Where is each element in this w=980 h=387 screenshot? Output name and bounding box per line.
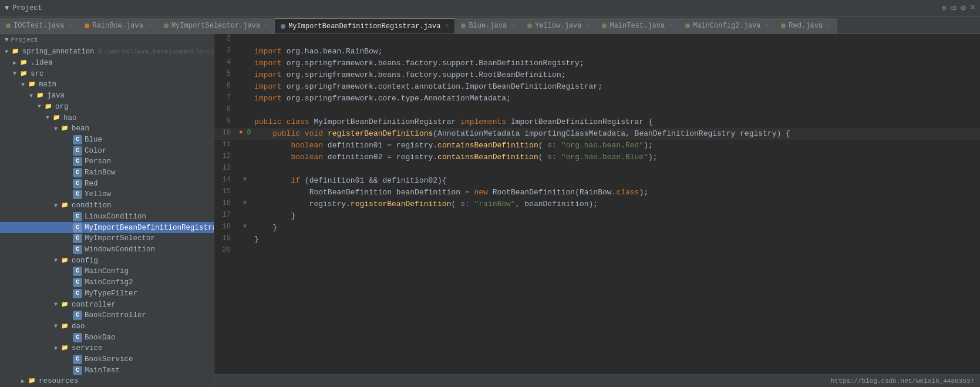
tab-close[interactable]: × [586, 23, 590, 29]
line-code[interactable]: if (definition01 && definition02){ [252, 175, 980, 187]
tab-close[interactable]: × [765, 23, 769, 29]
line-code[interactable]: import org.hao.bean.RainBow; [252, 46, 980, 58]
tree-item-color[interactable]: C Color [0, 145, 214, 156]
arrow-icon: ▼ [52, 301, 60, 308]
tree-item-main[interactable]: ▼ 📁 main [0, 79, 214, 90]
tree-item-yellow[interactable]: C Yellow [0, 189, 214, 200]
line-number: 15 [214, 187, 238, 198]
line-code[interactable]: boolean definition01 = registry.contains… [252, 140, 980, 152]
class-icon: C [73, 333, 82, 342]
line-code[interactable] [252, 245, 980, 257]
tree-item-resources[interactable]: ▶ 📁 resources [0, 376, 214, 387]
line-code[interactable]: public class MyImportBeanDefinitionRegis… [252, 116, 980, 128]
line-code[interactable]: } [252, 222, 980, 234]
tree-item-condition[interactable]: ▼ 📁 condition [0, 200, 214, 211]
arrow-icon: ▼ [19, 82, 27, 88]
line-code[interactable]: RootBeanDefinition beanDefinition = new … [252, 187, 980, 198]
tree-item-src[interactable]: ▼ 📁 src [0, 68, 214, 79]
tab-label: RainBow.java [92, 22, 143, 30]
line-code[interactable]: boolean definition02 = registry.contains… [252, 152, 980, 163]
line-code[interactable]: } [252, 210, 980, 222]
tree-item-red[interactable]: C Red [0, 178, 214, 189]
tab-close[interactable]: × [69, 23, 72, 29]
code-line-13: 13 [214, 163, 980, 175]
item-label: BookController [85, 311, 146, 319]
new-tab-btn[interactable]: ⊕ [941, 3, 946, 13]
settings-btn[interactable]: ⚙ [961, 3, 965, 13]
tree-item-bookdao[interactable]: C BookDao [0, 332, 214, 343]
tree-item-bean[interactable]: ▼ 📁 bean [0, 123, 214, 134]
status-url: https://blog.csdn.net/weixin_44863537 [831, 378, 974, 385]
tab-myimportselector[interactable]: MyImportSelector.java × [158, 18, 275, 33]
line-code[interactable]: } [252, 234, 980, 245]
line-code[interactable]: import org.springframework.beans.factory… [252, 69, 980, 81]
line-code[interactable]: registry.registerBeanDefinition( s: "rai… [252, 198, 980, 210]
tree-item-dao[interactable]: ▼ 📁 dao [0, 321, 214, 332]
item-label: MyImportSelector [85, 234, 155, 243]
tab-close[interactable]: × [827, 23, 831, 29]
line-code[interactable]: import org.springframework.beans.factory… [252, 58, 980, 69]
tab-close[interactable]: × [445, 23, 449, 29]
arrow-icon [65, 367, 73, 373]
tree-root[interactable]: ▼ 📁 spring_annotation D:\works\Java_Deve… [0, 46, 214, 58]
tree-item-java[interactable]: ▼ 📁 java [0, 90, 214, 102]
tree-item-linuxcondition[interactable]: C LinuxCondition [0, 211, 214, 223]
line-number: 13 [214, 163, 238, 175]
tree-item-org[interactable]: ▼ 📁 org [0, 102, 214, 113]
close-btn[interactable]: × [971, 3, 975, 13]
tree-item-mainconfig[interactable]: C MainConfig [0, 266, 214, 277]
arrow-icon [65, 235, 73, 242]
tab-maintest[interactable]: MainTest.java × [596, 18, 679, 33]
tree-item-person[interactable]: C Person [0, 156, 214, 167]
tree-item-rainbow[interactable]: C RainBow [0, 167, 214, 179]
tab-rainbow[interactable]: RainBow.java × [79, 18, 157, 33]
tab-close[interactable]: × [148, 23, 151, 29]
class-icon: C [73, 311, 82, 320]
tab-close[interactable]: × [265, 23, 268, 29]
line-number: 12 [214, 152, 238, 163]
line-code[interactable] [252, 163, 980, 175]
tree-item-mainconfig2[interactable]: C MainConfig2 [0, 277, 214, 288]
tree-item-blue[interactable]: C Blue [0, 134, 214, 146]
tree-item-service[interactable]: ▼ 📁 service [0, 343, 214, 354]
tab-red[interactable]: Red.java × [775, 18, 837, 33]
tab-myimportbeandefinitionregistrar[interactable]: MyImportBeanDefinitionRegistrar.java × [275, 18, 455, 33]
tab-blue[interactable]: Blue.java × [455, 18, 521, 33]
tree-item-myimportbeandefinitionregistrar[interactable]: C MyImportBeanDefinitionRegistrar [0, 222, 214, 233]
arrow-icon: ▼ [52, 257, 60, 264]
tree-item-controller[interactable]: ▼ 📁 controller [0, 299, 214, 310]
line-gutter [238, 46, 252, 58]
tree-item-bookservice[interactable]: C BookService [0, 354, 214, 365]
tab-close[interactable]: × [511, 23, 515, 29]
tree-item-mytypefilter[interactable]: C MyTypeFilter [0, 288, 214, 299]
tab-close[interactable]: × [669, 23, 673, 29]
line-gutter: ▼ [238, 175, 252, 187]
line-number: 17 [214, 210, 238, 222]
line-gutter [238, 187, 252, 198]
line-gutter [238, 34, 252, 46]
line-code[interactable]: import org.springframework.core.type.Ann… [252, 93, 980, 105]
tree-item-idea[interactable]: ▶ 📁 .idea [0, 58, 214, 69]
tab-ioctest[interactable]: IOCTest.java × [0, 18, 79, 33]
tab-mainconfig2[interactable]: MainConfig2.java × [679, 18, 775, 33]
tab-dot [85, 23, 89, 28]
line-code[interactable]: public void registerBeanDefinitions(Anno… [252, 128, 980, 140]
class-icon: C [73, 234, 82, 243]
tree-item-windowscondition[interactable]: C WindowsCondition [0, 244, 214, 255]
tree-item-config[interactable]: ▼ 📁 config [0, 255, 214, 266]
line-gutter [238, 69, 252, 81]
line-code[interactable] [252, 34, 980, 46]
tree-item-hao[interactable]: ▼ 📁 hao [0, 112, 214, 123]
tab-yellow[interactable]: Yellow.java × [521, 18, 596, 33]
arrow-icon [65, 224, 73, 231]
tab-dot [461, 23, 466, 28]
tree-item-myimportselector[interactable]: C MyImportSelector [0, 233, 214, 244]
code-area[interactable]: 2 3 import org.hao.bean.RainBow; 4 [214, 34, 980, 374]
item-label: controller [72, 301, 116, 309]
line-code[interactable] [252, 105, 980, 116]
tree-item-bookcontroller[interactable]: C BookController [0, 310, 214, 321]
item-label: LinuxCondition [85, 213, 146, 221]
split-btn[interactable]: ⊟ [951, 3, 956, 13]
line-code[interactable]: import org.springframework.context.annot… [252, 81, 980, 93]
tree-item-maintest[interactable]: C MainTest [0, 365, 214, 376]
